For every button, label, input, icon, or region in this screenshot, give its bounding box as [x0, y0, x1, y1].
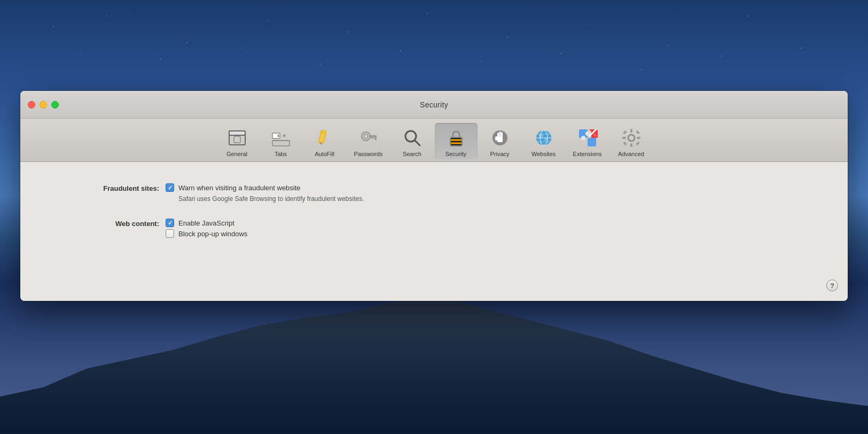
svg-rect-31 [499, 131, 501, 138]
svg-rect-56 [630, 129, 632, 133]
fraudulent-sites-label: Fraudulent sites: [52, 183, 159, 192]
autofill-label: AutoFill [315, 151, 334, 157]
svg-line-19 [415, 140, 420, 145]
svg-point-52 [581, 136, 585, 140]
fraudulent-sites-content: Warn when visiting a fraudulent website … [166, 183, 364, 204]
svg-rect-5 [272, 141, 290, 146]
svg-rect-61 [636, 130, 640, 135]
svg-rect-33 [495, 136, 498, 141]
tab-advanced[interactable]: Advanced [610, 123, 653, 159]
privacy-label: Privacy [490, 151, 509, 157]
search-label: Search [403, 151, 421, 157]
javascript-label: Enable JavaScript [178, 219, 234, 227]
warn-checkbox[interactable] [166, 183, 174, 192]
popup-checkbox[interactable] [166, 229, 174, 238]
svg-point-55 [628, 135, 635, 141]
svg-rect-3 [272, 133, 280, 138]
advanced-icon [620, 126, 643, 150]
web-content-label: Web content: [52, 219, 159, 228]
svg-point-13 [362, 132, 370, 141]
svg-rect-50 [588, 138, 596, 146]
warn-label: Warn when visiting a fraudulent website [178, 184, 301, 192]
toolbar: General Tabs [20, 119, 848, 162]
tab-security[interactable]: Security [435, 123, 478, 159]
svg-point-51 [585, 131, 590, 136]
popup-label: Block pop-up windows [178, 230, 247, 238]
window-controls [28, 101, 59, 108]
general-label: General [226, 151, 247, 157]
tab-extensions[interactable]: Extensions [566, 123, 609, 159]
tab-autofill[interactable]: AutoFill [303, 123, 346, 159]
passwords-icon [357, 126, 380, 150]
svg-rect-17 [371, 137, 373, 139]
tab-search[interactable]: Search [391, 123, 434, 159]
svg-rect-59 [637, 137, 640, 139]
tab-general[interactable]: General [216, 123, 259, 159]
privacy-icon [488, 126, 512, 150]
svg-rect-60 [623, 130, 627, 135]
maximize-button[interactable] [51, 101, 59, 108]
help-label: ? [830, 282, 834, 290]
svg-rect-57 [630, 143, 632, 147]
autofill-icon [313, 126, 337, 150]
svg-rect-15 [369, 135, 377, 137]
warn-checkbox-row: Warn when visiting a fraudulent website [166, 183, 364, 192]
content-area: Fraudulent sites: Warn when visiting a f… [20, 162, 848, 301]
close-button[interactable] [28, 101, 35, 108]
tab-passwords[interactable]: Passwords [347, 123, 390, 159]
svg-rect-63 [636, 142, 640, 146]
svg-rect-16 [374, 137, 377, 140]
minimize-button[interactable] [40, 101, 47, 108]
advanced-label: Advanced [618, 151, 644, 157]
general-icon [225, 126, 249, 150]
svg-rect-32 [501, 132, 503, 138]
security-icon [444, 126, 468, 150]
help-button[interactable]: ? [826, 280, 838, 291]
svg-rect-10 [318, 130, 326, 144]
websites-icon [532, 126, 556, 150]
popup-checkbox-row: Block pop-up windows [166, 229, 247, 238]
web-content-row: Web content: Enable JavaScript Block pop… [52, 219, 816, 238]
svg-rect-1 [229, 131, 245, 135]
websites-label: Websites [531, 151, 556, 157]
javascript-checkbox[interactable] [166, 219, 174, 227]
search-icon [401, 126, 424, 150]
passwords-label: Passwords [354, 151, 383, 157]
tab-websites[interactable]: Websites [522, 123, 565, 159]
tab-privacy[interactable]: Privacy [479, 123, 521, 159]
safari-preferences-window: Security General [20, 91, 848, 301]
svg-point-40 [539, 134, 543, 137]
extensions-icon [576, 126, 599, 150]
svg-rect-62 [623, 142, 627, 146]
tabs-label: Tabs [275, 151, 287, 157]
security-label: Security [445, 151, 467, 157]
fraudulent-description: Safari uses Google Safe Browsing to iden… [178, 194, 364, 204]
tabs-icon [269, 126, 293, 150]
title-bar: Security [20, 91, 848, 119]
window-title: Security [420, 100, 448, 109]
javascript-checkbox-row: Enable JavaScript [166, 219, 247, 227]
extensions-label: Extensions [573, 151, 602, 157]
tab-tabs[interactable]: Tabs [260, 123, 302, 159]
svg-point-41 [544, 138, 548, 141]
svg-point-14 [364, 134, 368, 138]
svg-rect-58 [622, 137, 626, 139]
svg-rect-2 [234, 136, 240, 143]
web-content-content: Enable JavaScript Block pop-up windows [166, 219, 247, 238]
fraudulent-sites-row: Fraudulent sites: Warn when visiting a f… [52, 183, 816, 204]
